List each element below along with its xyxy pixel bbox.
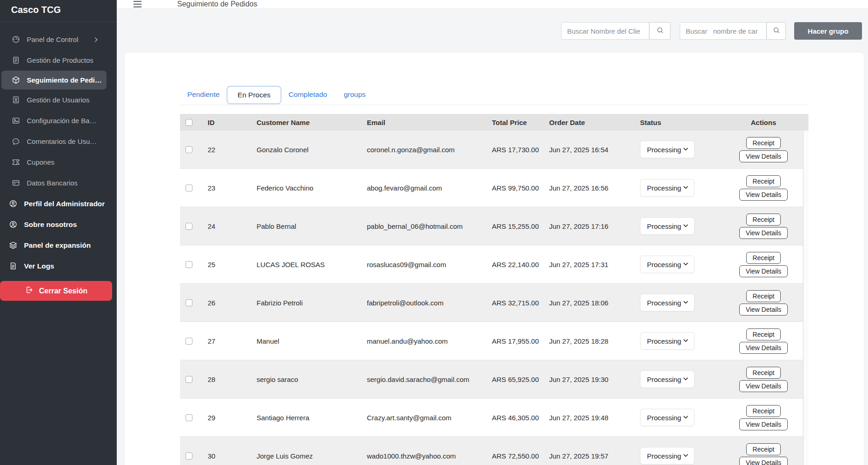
view-details-button[interactable]: View Details — [739, 150, 788, 162]
status-select-value: Processing — [647, 261, 681, 268]
total-price-cell: ARS 32,715.00 — [486, 299, 546, 307]
view-details-button[interactable]: View Details — [739, 227, 788, 239]
search-customer-button[interactable] — [649, 22, 670, 40]
view-details-button[interactable]: View Details — [739, 457, 788, 465]
hamburger-menu-icon[interactable] — [133, 1, 142, 7]
order-date-cell: Jun 27, 2025 16:56 — [546, 184, 636, 192]
status-select[interactable]: Processing — [640, 332, 694, 350]
table-row: 22 Gonzalo Coronel coronel.n.gonza@gmail… — [180, 131, 808, 169]
coupon-icon — [12, 158, 20, 167]
order-date-cell: Jun 27, 2025 18:06 — [546, 299, 636, 307]
sidebar-item-ver-logs[interactable]: Ver Logs — [0, 256, 117, 276]
order-date-cell: Jun 27, 2025 17:16 — [546, 222, 636, 230]
row-checkbox[interactable] — [186, 453, 192, 459]
sidebar-item-sobre-nosotros[interactable]: Sobre nosotros — [0, 214, 117, 235]
row-checkbox[interactable] — [186, 146, 192, 153]
customer-name-cell: Pablo Bernal — [251, 222, 365, 230]
order-date-cell: Jun 27, 2025 16:54 — [546, 146, 636, 154]
customer-name-cell: Jorge Luis Gomez — [251, 452, 365, 460]
receipt-button[interactable]: Receipt — [746, 328, 781, 340]
chevron-down-icon — [682, 452, 689, 460]
search-icon — [656, 26, 664, 36]
sidebar-item-label: Comentarios de Usu… — [27, 137, 97, 145]
table-row: 26 Fabrizio Petroli fabripetroli@outlook… — [180, 284, 808, 322]
view-details-button[interactable]: View Details — [739, 189, 788, 201]
receipt-button[interactable]: Receipt — [746, 443, 781, 455]
sidebar-item-panel-de-control[interactable]: Panel de Control — [0, 29, 117, 50]
status-select[interactable]: Processing — [640, 409, 694, 426]
status-select[interactable]: Processing — [640, 447, 694, 465]
orders-icon — [12, 76, 20, 84]
make-group-button[interactable]: Hacer grupo — [794, 22, 862, 40]
table-body: 22 Gonzalo Coronel coronel.n.gonza@gmail… — [180, 131, 808, 465]
status-select[interactable]: Processing — [640, 179, 694, 197]
row-checkbox[interactable] — [186, 223, 192, 230]
email-cell: sergio.david.saracho@gmail.com — [365, 376, 486, 383]
row-checkbox[interactable] — [186, 261, 192, 268]
row-checkbox[interactable] — [186, 185, 192, 191]
view-details-button[interactable]: View Details — [739, 418, 788, 430]
row-checkbox[interactable] — [186, 376, 192, 383]
customer-name-cell: LUCAS JOEL ROSAS — [251, 261, 365, 268]
receipt-button[interactable]: Receipt — [746, 405, 781, 417]
table-row: 30 Jorge Luis Gomez wado1000.thzw@yahoo.… — [180, 437, 808, 465]
sidebar: Casco TCG Panel de Control Gestión de Pr… — [0, 0, 117, 465]
status-select[interactable]: Processing — [640, 217, 694, 235]
receipt-button[interactable]: Receipt — [746, 214, 781, 226]
table-row: 29 Santiago Herrera Crazy.art.santy@gmai… — [180, 399, 808, 437]
sidebar-item-gestion-de-productos[interactable]: Gestión de Productos — [0, 50, 117, 71]
sidebar-item-perfil-del-administrador[interactable]: Perfil del Administrador — [0, 193, 117, 214]
receipt-button[interactable]: Receipt — [746, 252, 781, 264]
admin-profile-icon — [9, 199, 18, 208]
view-details-button[interactable]: View Details — [739, 380, 788, 392]
customer-search-group — [561, 22, 670, 40]
receipt-button[interactable]: Receipt — [746, 175, 781, 187]
sidebar-item-datos-bancarios[interactable]: Datos Bancarios — [0, 173, 117, 193]
tab-groups[interactable]: groups — [344, 86, 365, 103]
sidebar-item-panel-de-expansion[interactable]: Panel de expansión — [0, 235, 117, 256]
row-checkbox[interactable] — [186, 299, 192, 306]
sidebar-item-configuracion-de-banners[interactable]: Configuración de Ba… — [0, 110, 117, 131]
main-area: Seguimiento de Pedidos Hacer grupo Pend — [117, 0, 868, 465]
email-cell: rosaslucas09@gmail.com — [365, 261, 486, 268]
dashboard-icon — [12, 35, 20, 44]
order-date-cell: Jun 27, 2025 19:30 — [546, 376, 636, 383]
total-price-cell: ARS 17,955.00 — [486, 337, 546, 345]
chevron-down-icon — [682, 184, 689, 192]
search-card-input[interactable] — [680, 22, 766, 40]
search-card-button[interactable] — [766, 22, 786, 40]
status-select[interactable]: Processing — [640, 294, 694, 311]
table-header-row: ID Customer Name Email Total Price Order… — [180, 114, 808, 131]
select-all-checkbox[interactable] — [186, 119, 192, 126]
sidebar-item-cupones[interactable]: Cupones — [0, 152, 117, 173]
customer-name-cell: Federico Vacchino — [251, 184, 365, 192]
search-customer-input[interactable] — [561, 22, 649, 40]
status-select[interactable]: Processing — [640, 141, 694, 158]
receipt-button[interactable]: Receipt — [746, 137, 781, 149]
total-price-cell: ARS 72,550.00 — [486, 452, 546, 460]
tab-en-proceso[interactable]: En Proces — [227, 86, 282, 104]
sidebar-item-seguimiento-de-pedidos[interactable]: Seguimiento de Pedi… — [1, 71, 107, 89]
view-details-button[interactable]: View Details — [739, 304, 788, 316]
sidebar-item-comentarios-de-usuarios[interactable]: Comentarios de Usu… — [0, 131, 117, 152]
status-select[interactable]: Processing — [640, 256, 694, 273]
receipt-button[interactable]: Receipt — [746, 367, 781, 379]
total-price-cell: ARS 65,925.00 — [486, 376, 546, 383]
tab-completado[interactable]: Completado — [288, 86, 327, 103]
comments-icon — [12, 137, 20, 146]
view-details-button[interactable]: View Details — [739, 342, 788, 354]
tab-pendiente[interactable]: Pendiente — [187, 86, 220, 103]
row-checkbox[interactable] — [186, 338, 192, 345]
customer-name-cell: sergio saraco — [251, 376, 365, 383]
view-details-button[interactable]: View Details — [739, 265, 788, 277]
status-select[interactable]: Processing — [640, 370, 694, 388]
sidebar-item-label: Perfil del Administrador — [24, 200, 105, 208]
logout-button[interactable]: Cerrar Sesión — [0, 281, 112, 301]
table-row: 23 Federico Vacchino abog.fevaro@gmail.c… — [180, 169, 808, 207]
expansion-icon — [9, 241, 18, 250]
sidebar-item-gestion-de-usuarios[interactable]: Gestión de Usuarios — [0, 89, 117, 110]
row-checkbox[interactable] — [186, 414, 192, 421]
receipt-button[interactable]: Receipt — [746, 290, 781, 302]
sidebar-item-label: Ver Logs — [24, 262, 54, 270]
table-scrollbar[interactable] — [803, 131, 808, 465]
